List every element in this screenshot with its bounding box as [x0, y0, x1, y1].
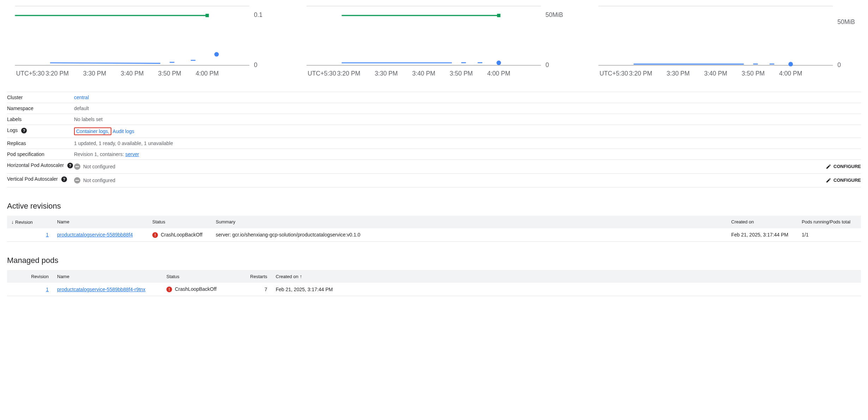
svg-text:3:40 PM: 3:40 PM — [704, 70, 727, 77]
revision-name-link[interactable]: productcatalogservice-5589bb88f4 — [57, 232, 133, 238]
col-pods[interactable]: Pods running/Pods total — [797, 216, 861, 228]
podspec-server-link[interactable]: server — [126, 151, 139, 157]
col-name[interactable]: Name — [53, 216, 148, 228]
container-logs-link[interactable]: Container logs — [76, 128, 108, 134]
status-text: CrashLoopBackOff — [175, 286, 216, 292]
configure-vpa-button[interactable]: CONFIGURE — [826, 176, 861, 185]
svg-text:3:20 PM: 3:20 PM — [337, 70, 360, 77]
col-status[interactable]: Status — [148, 216, 212, 228]
svg-text:0: 0 — [837, 61, 841, 68]
svg-text:4:00 PM: 4:00 PM — [487, 70, 510, 77]
svg-point-12 — [214, 52, 219, 57]
managed-pods-table: Revision Name Status Restarts Created on… — [7, 270, 861, 296]
svg-text:UTC+5:30: UTC+5:30 — [599, 70, 628, 77]
revision-link[interactable]: 1 — [46, 232, 49, 238]
error-icon: ! — [152, 232, 158, 238]
revision-link[interactable]: 1 — [46, 287, 49, 292]
label-vpa: Vertical Pod Autoscaler — [7, 176, 58, 182]
help-icon[interactable]: ? — [21, 128, 27, 133]
pencil-icon — [826, 178, 831, 183]
minus-circle-icon — [74, 163, 80, 170]
sort-up-icon: ↑ — [300, 274, 302, 279]
col-status[interactable]: Status — [162, 270, 240, 283]
svg-text:3:50 PM: 3:50 PM — [741, 70, 764, 77]
table-row: 1 productcatalogservice-5589bb88f4 !Cras… — [7, 228, 861, 242]
cluster-link[interactable]: central — [74, 95, 89, 100]
svg-text:4:00 PM: 4:00 PM — [779, 70, 802, 77]
pods-text: 1/1 — [802, 232, 808, 238]
label-podspec: Pod specification — [7, 151, 44, 157]
value-labels: No labels set — [74, 116, 103, 122]
svg-text:50MiB: 50MiB — [545, 11, 563, 18]
col-created[interactable]: Created on — [727, 216, 797, 228]
container-logs-highlight: Container logs, — [74, 127, 111, 135]
svg-text:UTC+5:30: UTC+5:30 — [308, 70, 336, 77]
svg-text:3:50 PM: 3:50 PM — [450, 70, 473, 77]
svg-text:3:40 PM: 3:40 PM — [121, 70, 143, 77]
audit-logs-link[interactable]: Audit logs — [112, 128, 134, 134]
chart-2: 050MiBUTC+5:303:20 PM3:30 PM3:40 PM3:50 … — [299, 2, 569, 81]
svg-text:50MiB: 50MiB — [837, 18, 855, 25]
status-text: CrashLoopBackOff — [161, 232, 202, 238]
svg-point-25 — [497, 61, 501, 65]
table-row: 1 productcatalogservice-5589bb88f4-r9tnx… — [7, 283, 861, 296]
configure-hpa-button[interactable]: CONFIGURE — [826, 162, 861, 171]
svg-text:3:30 PM: 3:30 PM — [375, 70, 398, 77]
svg-text:0: 0 — [254, 61, 257, 68]
created-text: Feb 21, 2025, 3:17:44 PM — [276, 287, 333, 292]
col-created[interactable]: Created on ↑ — [271, 270, 861, 283]
help-icon[interactable]: ? — [61, 176, 67, 182]
managed-pods-heading: Managed pods — [7, 256, 861, 265]
col-revision[interactable]: ↓Revision — [7, 216, 53, 228]
svg-text:3:50 PM: 3:50 PM — [158, 70, 181, 77]
chart-3: 050MiBUTC+5:303:20 PM3:30 PM3:40 PM3:50 … — [591, 2, 861, 81]
label-replicas: Replicas — [7, 140, 26, 146]
value-replicas: 1 updated, 1 ready, 0 available, 1 unava… — [74, 140, 173, 146]
pencil-icon — [826, 164, 831, 169]
details-table: Cluster central Namespace default Labels… — [7, 92, 861, 187]
error-icon: ! — [166, 287, 172, 292]
label-cluster: Cluster — [7, 95, 23, 100]
active-revisions-heading: Active revisions — [7, 202, 861, 211]
hpa-status: Not configured — [74, 163, 115, 170]
svg-rect-11 — [206, 14, 209, 17]
svg-text:4:00 PM: 4:00 PM — [196, 70, 219, 77]
charts-row: 00.1UTC+5:303:20 PM3:30 PM3:40 PM3:50 PM… — [7, 0, 861, 81]
chart-1: 00.1UTC+5:303:20 PM3:30 PM3:40 PM3:50 PM… — [7, 2, 277, 81]
col-name[interactable]: Name — [53, 270, 162, 283]
label-namespace: Namespace — [7, 106, 33, 111]
restarts-text: 7 — [264, 287, 267, 292]
podspec-prefix: Revision 1, containers: — [74, 151, 126, 157]
label-hpa: Horizontal Pod Autoscaler — [7, 162, 64, 168]
value-namespace: default — [74, 106, 89, 111]
svg-text:0: 0 — [545, 61, 549, 68]
sort-down-icon: ↓ — [11, 219, 14, 225]
active-revisions-table: ↓Revision Name Status Summary Created on… — [7, 216, 861, 242]
svg-text:3:20 PM: 3:20 PM — [45, 70, 68, 77]
label-labels: Labels — [7, 116, 22, 122]
svg-text:3:30 PM: 3:30 PM — [666, 70, 689, 77]
svg-text:3:30 PM: 3:30 PM — [83, 70, 106, 77]
label-logs: Logs — [7, 127, 18, 133]
svg-text:UTC+5:30: UTC+5:30 — [16, 70, 45, 77]
svg-text:3:20 PM: 3:20 PM — [629, 70, 652, 77]
minus-circle-icon — [74, 177, 80, 184]
svg-text:0.1: 0.1 — [254, 11, 262, 18]
col-revision[interactable]: Revision — [7, 270, 53, 283]
col-restarts[interactable]: Restarts — [240, 270, 271, 283]
svg-point-36 — [788, 62, 793, 66]
svg-text:3:40 PM: 3:40 PM — [412, 70, 435, 77]
created-text: Feb 21, 2025, 3:17:44 PM — [731, 232, 788, 238]
col-summary[interactable]: Summary — [212, 216, 727, 228]
summary-text: server: gcr.io/shenxiang-gcp-solution/pr… — [216, 232, 360, 238]
pod-name-link[interactable]: productcatalogservice-5589bb88f4-r9tnx — [57, 287, 146, 292]
vpa-status: Not configured — [74, 177, 115, 184]
svg-rect-24 — [497, 14, 501, 17]
help-icon[interactable]: ? — [67, 163, 73, 168]
